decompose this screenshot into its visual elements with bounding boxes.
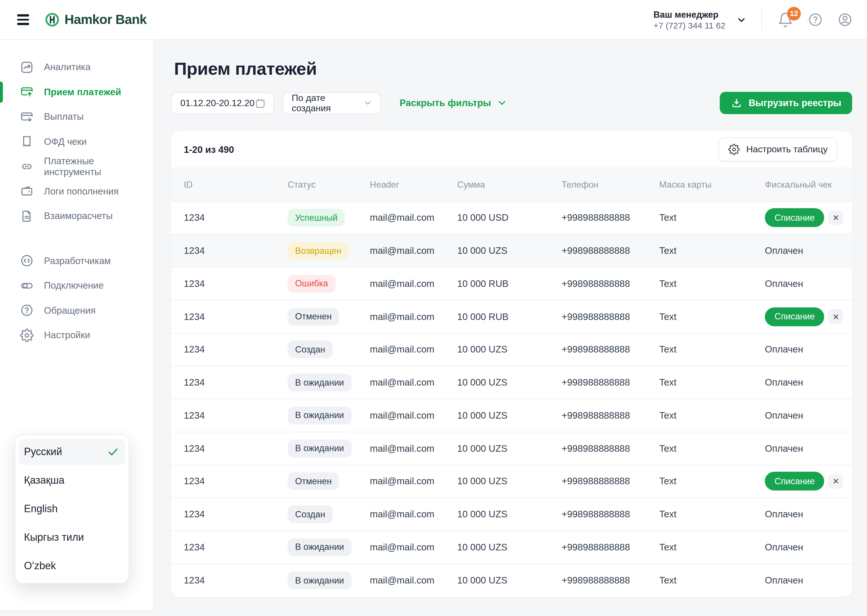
cell-id: 1234 xyxy=(184,410,288,421)
brand-name: Hamkor Bank xyxy=(65,12,147,27)
analytics-icon xyxy=(20,60,34,74)
fiscal-writeoff-button[interactable]: Списание xyxy=(765,307,824,326)
cell-card-mask: Text xyxy=(659,509,765,520)
check-icon xyxy=(107,445,119,458)
fiscal-writeoff-button[interactable]: Списание xyxy=(765,209,824,227)
column-header: Header xyxy=(370,180,457,190)
status-badge: В ожидании xyxy=(288,572,351,589)
sidebar-item-appeals[interactable]: Обращения xyxy=(0,298,153,323)
language-option[interactable]: Кыргыз тили xyxy=(19,525,125,550)
top-bar: Hamkor Bank Ваш менеджер +7 (727) 344 11… xyxy=(0,0,867,40)
cell-header: mail@mail.com xyxy=(370,443,457,454)
sidebar-item-topup-logs[interactable]: Логи пополнения xyxy=(0,179,153,204)
cell-amount: 10 000 UZS xyxy=(457,344,562,355)
export-registries-button[interactable]: Выгрузить реестры xyxy=(719,92,852,114)
cell-id: 1234 xyxy=(184,575,288,586)
close-icon[interactable] xyxy=(828,474,843,489)
sidebar-nav-secondary: Разработчикам Подключение Обращения Наст… xyxy=(0,228,153,348)
cell-card-mask: Text xyxy=(659,344,765,355)
sidebar-item-payouts[interactable]: Выплаты xyxy=(0,104,153,129)
configure-table-button[interactable]: Настроить таблицу xyxy=(719,137,837,162)
sidebar-item-analytics[interactable]: Аналитика xyxy=(0,55,153,80)
sidebar-item-ofd-receipts[interactable]: ОФД чеки xyxy=(0,129,153,154)
expand-filters-link[interactable]: Раскрыть фильтры xyxy=(400,97,508,108)
cell-card-mask: Text xyxy=(659,542,765,553)
manager-label: Ваш менеджер xyxy=(654,9,725,20)
sort-select-value: По дате создания xyxy=(292,93,363,113)
pagination-info: 1-20 из 490 xyxy=(184,144,234,155)
sidebar-item-payment-instruments[interactable]: Платежные инструменты xyxy=(0,154,153,179)
cell-card-mask: Text xyxy=(659,476,765,487)
sidebar-item-settings[interactable]: Настройки xyxy=(0,323,153,348)
column-header: Телефон xyxy=(562,180,659,190)
table-row[interactable]: 1234 Отменен mail@mail.com 10 000 RUB +9… xyxy=(171,300,852,334)
table-row[interactable]: 1234 Успешный mail@mail.com 10 000 USD +… xyxy=(171,202,852,235)
cell-card-mask: Text xyxy=(659,410,765,421)
manager-info[interactable]: Ваш менеджер +7 (727) 344 11 62 xyxy=(654,9,725,30)
language-option[interactable]: Русский xyxy=(19,439,125,465)
table-row[interactable]: 1234 Отменен mail@mail.com 10 000 UZS +9… xyxy=(171,465,852,498)
table-row[interactable]: 1234 Возвращен mail@mail.com 10 000 UZS … xyxy=(171,235,852,268)
cell-card-mask: Text xyxy=(659,212,765,223)
close-icon[interactable] xyxy=(828,211,843,225)
sidebar-item-connection[interactable]: Подключение xyxy=(0,273,153,298)
help-button[interactable] xyxy=(808,12,823,27)
table-row[interactable]: 1234 В ожидании mail@mail.com 10 000 UZS… xyxy=(171,399,852,432)
cell-fiscal: Оплачен xyxy=(765,377,843,388)
cell-card-mask: Text xyxy=(659,278,765,289)
table-toolbar: 1-20 из 490 Настроить таблицу xyxy=(171,131,852,168)
page-title: Прием платежей xyxy=(174,59,317,79)
fiscal-status-text: Оплачен xyxy=(765,575,803,586)
cell-fiscal: Списание xyxy=(765,307,843,326)
cell-id: 1234 xyxy=(184,344,288,355)
table-body: 1234 Успешный mail@mail.com 10 000 USD +… xyxy=(171,202,852,597)
topup-logs-icon xyxy=(20,184,34,198)
notification-badge: 12 xyxy=(787,6,801,20)
fiscal-writeoff-button[interactable]: Списание xyxy=(765,472,824,491)
cell-id: 1234 xyxy=(184,278,288,289)
cell-header: mail@mail.com xyxy=(370,278,457,289)
chevron-down-icon[interactable] xyxy=(736,14,747,25)
cell-amount: 10 000 USD xyxy=(457,212,562,223)
sidebar-nav-main: Аналитика Прием платежей Выплаты ОФД чек… xyxy=(0,40,153,228)
payouts-icon xyxy=(20,110,34,124)
cell-header: mail@mail.com xyxy=(370,476,457,487)
close-icon[interactable] xyxy=(828,309,843,324)
table-row[interactable]: 1234 В ожидании mail@mail.com 10 000 UZS… xyxy=(171,366,852,399)
cell-header: mail@mail.com xyxy=(370,344,457,355)
cell-fiscal: Списание xyxy=(765,209,843,227)
table-row[interactable]: 1234 В ожидании mail@mail.com 10 000 UZS… xyxy=(171,564,852,597)
sort-select[interactable]: По дате создания xyxy=(282,92,381,114)
status-badge: Создан xyxy=(288,341,333,358)
top-bar-actions: Ваш менеджер +7 (727) 344 11 62 12 xyxy=(654,8,853,31)
language-option[interactable]: English xyxy=(19,496,125,522)
sidebar-item-developers[interactable]: Разработчикам xyxy=(0,248,153,273)
column-header: Фискальный чек xyxy=(765,180,843,190)
notifications-button[interactable]: 12 xyxy=(777,12,793,28)
divider xyxy=(761,8,762,31)
cell-fiscal: Списание xyxy=(765,472,843,491)
column-header: Сумма xyxy=(457,180,562,190)
table-row[interactable]: 1234 Ошибка mail@mail.com 10 000 RUB +99… xyxy=(171,267,852,300)
cell-amount: 10 000 RUB xyxy=(457,311,562,322)
language-option[interactable]: Oʻzbek xyxy=(19,553,125,579)
menu-icon[interactable] xyxy=(17,14,29,25)
table-row[interactable]: 1234 В ожидании mail@mail.com 10 000 UZS… xyxy=(171,432,852,465)
table-row[interactable]: 1234 Создан mail@mail.com 10 000 UZS +99… xyxy=(171,333,852,366)
manager-phone: +7 (727) 344 11 62 xyxy=(654,20,725,30)
table-row[interactable]: 1234 В ожидании mail@mail.com 10 000 UZS… xyxy=(171,531,852,564)
incoming-payments-icon xyxy=(20,85,34,99)
profile-button[interactable] xyxy=(837,12,853,27)
language-option[interactable]: Қазақша xyxy=(19,467,125,493)
cell-card-mask: Text xyxy=(659,443,765,454)
cell-amount: 10 000 UZS xyxy=(457,575,562,586)
sidebar-item-incoming-payments[interactable]: Прием платежей xyxy=(0,80,153,104)
cell-header: mail@mail.com xyxy=(370,245,457,256)
cell-amount: 10 000 UZS xyxy=(457,377,562,388)
table-row[interactable]: 1234 Создан mail@mail.com 10 000 UZS +99… xyxy=(171,498,852,531)
brand-logo: Hamkor Bank xyxy=(44,12,147,27)
cell-id: 1234 xyxy=(184,443,288,454)
sidebar-item-settlements[interactable]: Взаиморасчеты xyxy=(0,204,153,228)
date-range-input[interactable]: 01.12.20-20.12.20 xyxy=(171,92,274,114)
appeals-icon xyxy=(20,304,34,317)
